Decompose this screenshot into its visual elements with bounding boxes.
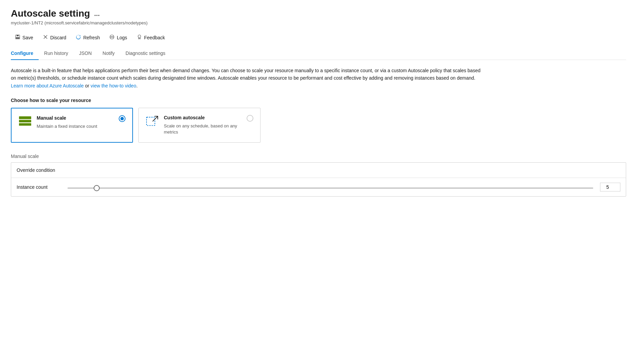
svg-rect-2 [16, 37, 19, 39]
refresh-label: Refresh [83, 35, 100, 40]
logs-button[interactable]: Logs [105, 32, 131, 43]
tab-notify[interactable]: Notify [97, 47, 120, 60]
svg-rect-13 [19, 123, 31, 126]
override-header: Override condition [11, 163, 626, 178]
instance-count-slider[interactable] [67, 187, 593, 189]
logs-icon [109, 34, 115, 41]
description-text: Autoscale is a built-in feature that hel… [11, 67, 486, 89]
manual-scale-radio[interactable] [119, 115, 126, 122]
refresh-icon [76, 34, 81, 41]
manual-scale-section: Manual scale Override condition Instance… [11, 154, 626, 197]
manual-scale-title: Manual scale [37, 115, 97, 121]
custom-autoscale-icon [146, 115, 159, 128]
svg-point-7 [112, 37, 113, 38]
custom-autoscale-desc: Scale on any schedule, based on any metr… [164, 123, 247, 135]
override-box: Override condition Instance count [11, 162, 626, 197]
svg-rect-12 [19, 120, 31, 122]
manual-scale-card[interactable]: Manual scale Maintain a fixed instance c… [11, 108, 133, 142]
save-icon [15, 34, 20, 41]
refresh-button[interactable]: Refresh [72, 32, 104, 43]
feedback-button[interactable]: Feedback [133, 32, 169, 43]
discard-label: Discard [50, 35, 66, 40]
desc-text-1: Autoscale is a built-in feature that hel… [11, 68, 480, 81]
manual-scale-desc: Maintain a fixed instance count [37, 123, 97, 129]
svg-rect-1 [17, 35, 19, 36]
toolbar: Save Discard Refresh Logs [11, 32, 626, 47]
custom-autoscale-title: Custom autoscale [164, 115, 247, 120]
how-to-video-link[interactable]: view the how-to video [91, 83, 136, 88]
more-options-icon[interactable]: ... [94, 10, 100, 18]
learn-more-link[interactable]: Learn more about Azure Autoscale [11, 83, 84, 88]
instance-count-input[interactable] [600, 183, 620, 191]
page-subtitle: mycluster-1/NT2 (microsoft.servicefabric… [11, 20, 626, 25]
tab-json[interactable]: JSON [74, 47, 97, 60]
scale-section-title: Choose how to scale your resource [11, 98, 626, 103]
discard-icon [43, 34, 48, 41]
tab-run-history[interactable]: Run history [39, 47, 74, 60]
manual-scale-icon [18, 115, 32, 129]
custom-autoscale-card[interactable]: Custom autoscale Scale on any schedule, … [138, 108, 260, 142]
svg-point-8 [113, 37, 114, 38]
feedback-icon [137, 34, 142, 41]
svg-rect-10 [19, 117, 31, 119]
save-label: Save [22, 35, 33, 40]
feedback-label: Feedback [144, 35, 165, 40]
instance-count-label: Instance count [17, 184, 61, 190]
save-button[interactable]: Save [11, 32, 37, 43]
scale-options: Manual scale Maintain a fixed instance c… [11, 108, 626, 142]
tab-configure[interactable]: Configure [11, 47, 39, 60]
discard-button[interactable]: Discard [39, 32, 70, 43]
page-title: Autoscale setting ... [11, 8, 100, 19]
title-text: Autoscale setting [11, 8, 90, 19]
instance-count-row: Instance count [11, 178, 626, 196]
svg-point-6 [111, 37, 112, 38]
manual-scale-section-label: Manual scale [11, 154, 626, 159]
svg-rect-14 [147, 117, 155, 126]
logs-label: Logs [117, 35, 127, 40]
custom-autoscale-radio[interactable] [247, 115, 253, 122]
svg-point-9 [138, 35, 141, 38]
slider-container [67, 184, 593, 190]
desc-text-3: . [136, 83, 138, 88]
tab-diagnostic-settings[interactable]: Diagnostic settings [120, 47, 171, 60]
desc-text-2: or [84, 83, 91, 88]
tabs: Configure Run history JSON Notify Diagno… [11, 47, 626, 60]
